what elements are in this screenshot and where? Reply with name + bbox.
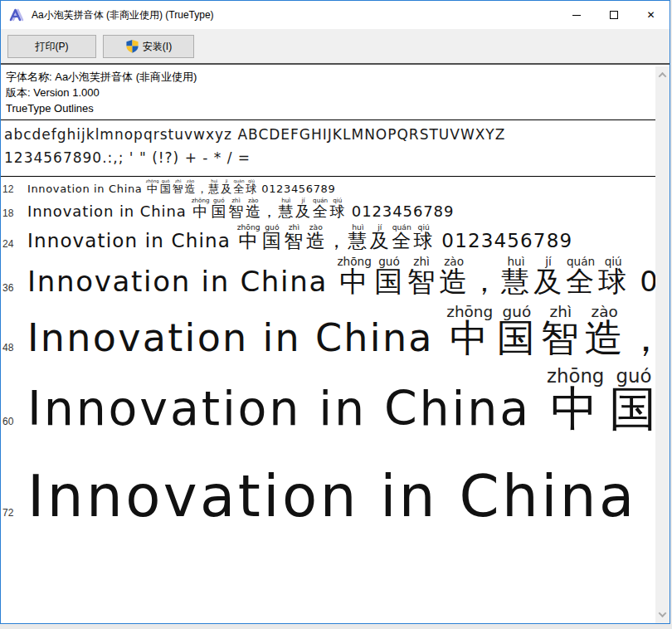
scroll-up-button[interactable] <box>655 68 670 82</box>
preview-pane: 字体名称: Aa小泡芙拼音体 (非商业使用) 版本: Version 1.000… <box>1 66 655 623</box>
size-sample-row: 12Innovation in China 中zhōng国guó智zhì造zào… <box>1 178 655 197</box>
uac-shield-icon <box>125 39 139 54</box>
size-label: 48 <box>2 342 27 354</box>
sample-text: Innovation in China 中zhōng国guó智zhì造zào，慧… <box>27 446 655 529</box>
font-name-line: 字体名称: Aa小泡芙拼音体 (非商业使用) <box>6 69 650 85</box>
size-label: 36 <box>2 282 27 294</box>
minimize-icon <box>572 15 581 16</box>
size-sample-row: 60Innovation in China 中zhōng国guó智zhì造zào… <box>1 368 655 446</box>
font-outlines-line: TrueType Outlines <box>6 100 650 116</box>
fontview-app-icon <box>8 7 25 22</box>
close-icon: ✕ <box>646 10 655 20</box>
scroll-down-button[interactable] <box>655 607 670 622</box>
size-label: 60 <box>2 416 27 427</box>
alphabet-sample-line: abcdefghijklmnopqrstuvwxyz ABCDEFGHIJKLM… <box>4 126 655 144</box>
sample-text: Innovation in China 中zhōng国guó智zhì造zào，慧… <box>27 224 655 251</box>
toolbar: 打印(P) 安装(I) <box>1 29 670 65</box>
sample-text: Innovation in China 中zhōng国guó智zhì造zào，慧… <box>27 197 655 220</box>
install-button-label: 安装(I) <box>143 40 172 54</box>
size-sample-row: 18Innovation in China 中zhōng国guó智zhì造zào… <box>1 197 655 224</box>
title-bar: Aa小泡芙拼音体 (非商业使用) (TrueType) ✕ <box>1 1 670 29</box>
desktop-background-strip <box>0 625 672 629</box>
print-button[interactable]: 打印(P) <box>7 35 96 58</box>
font-viewer-window: Aa小泡芙拼音体 (非商业使用) (TrueType) ✕ 打印(P) 安装(I… <box>0 0 672 629</box>
maximize-button[interactable] <box>595 1 632 29</box>
size-sample-row: 24Innovation in China 中zhōng国guó智zhì造zào… <box>1 224 655 256</box>
chevron-down-icon <box>659 609 667 617</box>
print-button-label: 打印(P) <box>36 40 69 54</box>
maximize-icon <box>610 11 618 19</box>
numerals-sample-line: 1234567890.:,; ' " (!?) + - * / = <box>4 149 655 167</box>
minimize-button[interactable] <box>558 1 595 29</box>
chevron-up-icon <box>659 72 667 80</box>
glyph-sample-block: abcdefghijklmnopqrstuvwxyz ABCDEFGHIJKLM… <box>1 120 655 176</box>
size-label: 12 <box>2 183 27 195</box>
size-sample-row: 48Innovation in China 中zhōng国guó智zhì造zào… <box>1 305 655 368</box>
close-button[interactable]: ✕ <box>632 1 670 29</box>
install-button[interactable]: 安装(I) <box>103 35 194 58</box>
size-label: 24 <box>2 238 27 250</box>
sample-text: Innovation in China 中zhōng国guó智zhì造zào，慧… <box>27 368 655 435</box>
font-version-line: 版本: Version 1.000 <box>6 85 650 100</box>
size-sample-row: 36Innovation in China 中zhōng国guó智zhì造zào… <box>1 256 655 305</box>
vertical-scrollbar[interactable] <box>655 66 670 623</box>
caption-buttons: ✕ <box>558 1 670 29</box>
size-label: 72 <box>2 507 27 519</box>
sample-text: Innovation in China 中zhōng国guó智zhì造zào，慧… <box>27 179 655 195</box>
window-frame: Aa小泡芙拼音体 (非商业使用) (TrueType) ✕ 打印(P) 安装(I… <box>0 0 670 624</box>
font-info-block: 字体名称: Aa小泡芙拼音体 (非商业使用) 版本: Version 1.000… <box>1 66 655 119</box>
size-label: 18 <box>2 207 27 219</box>
sample-text: Innovation in China 中zhōng国guó智zhì造zào，慧… <box>27 256 655 297</box>
sample-text: Innovation in China 中zhōng国guó智zhì造zào，慧… <box>27 305 655 359</box>
size-sample-rows: 12Innovation in China 中zhōng国guó智zhì造zào… <box>1 177 655 542</box>
size-sample-row: 72Innovation in China 中zhōng国guó智zhì造zào… <box>1 446 655 542</box>
window-title: Aa小泡芙拼音体 (非商业使用) (TrueType) <box>32 8 214 22</box>
